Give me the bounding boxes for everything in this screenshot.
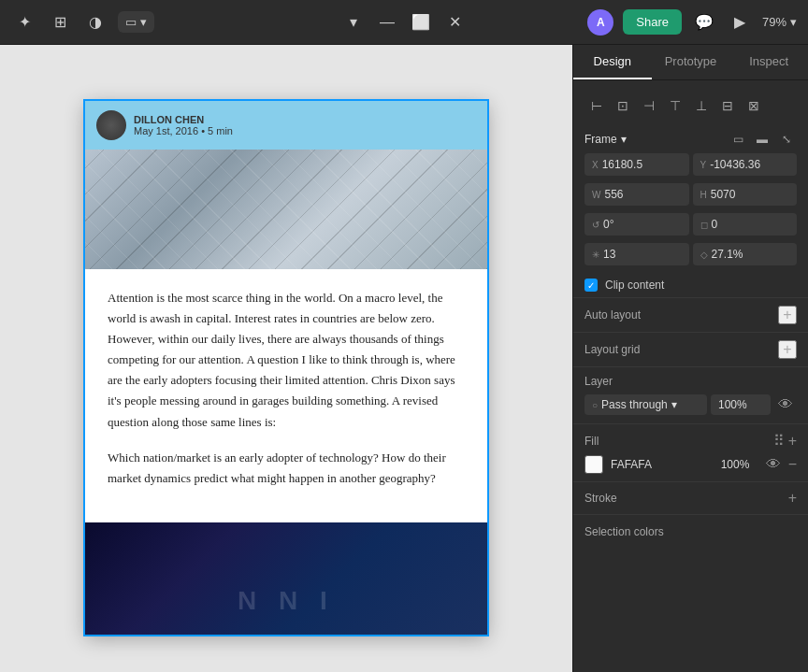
tab-design[interactable]: Design — [573, 45, 652, 79]
fill-color-swatch[interactable] — [584, 455, 603, 474]
rotate-corner-props: ↺ 0° ◻ 0 — [573, 211, 808, 237]
tab-prototype[interactable]: Prototype — [652, 45, 730, 79]
author-avatar — [96, 110, 126, 140]
frame-rect-icon: ▭ — [125, 15, 137, 29]
frame-header: Frame ▾ ▭ ▬ ⤡ — [573, 123, 808, 151]
article-header: DILLON CHEN May 1st, 2016 • 5 min — [85, 101, 487, 269]
tab-inspect[interactable]: Inspect — [729, 45, 808, 79]
author-meta: DILLON CHEN May 1st, 2016 • 5 min — [134, 114, 233, 136]
landscape-button[interactable]: ▬ — [752, 129, 772, 150]
frame-chevron-icon[interactable]: ▾ — [621, 133, 627, 146]
star-field[interactable]: ✳ 13 — [584, 243, 689, 265]
topbar-right: A Share 💬 ▶ 79% ▾ — [475, 9, 797, 36]
fill-section: Fill ⠿ + FAFAFA 100% 👁 − — [573, 423, 808, 481]
blend-label: Pass through — [601, 398, 668, 411]
frame-icons: ▭ ▬ ⤡ — [728, 129, 797, 150]
fill-header: Fill ⠿ + — [584, 432, 797, 450]
align-center-v-button[interactable]: ⊥ — [689, 93, 714, 118]
w-value: 556 — [604, 188, 623, 201]
rotate-field[interactable]: ↺ 0° — [584, 213, 689, 236]
fill-grid-button[interactable]: ⠿ — [773, 432, 785, 450]
opacity-field[interactable]: 100% — [711, 394, 771, 415]
fill-hex-value[interactable]: FAFAFA — [611, 458, 714, 471]
share-button[interactable]: Share — [623, 9, 682, 35]
frame-label: Frame ▾ — [584, 133, 627, 146]
x-label: X — [592, 160, 599, 170]
star-ratio-props: ✳ 13 ◇ 27.1% — [573, 241, 808, 267]
contrast-icon[interactable]: ◑ — [82, 9, 108, 36]
fill-row: FAFAFA 100% 👁 − — [584, 455, 797, 474]
corner-field[interactable]: ◻ 0 — [693, 213, 798, 236]
layout-grid-label: Layout grid — [584, 343, 640, 356]
frame-selector[interactable]: ▭ ▾ — [118, 11, 154, 33]
align-left-button[interactable]: ⊢ — [584, 93, 609, 118]
xy-props: X 16180.5 Y -10436.36 — [573, 151, 808, 178]
align-center-h-button[interactable]: ⊡ — [611, 93, 635, 118]
rotate-value: 0° — [603, 218, 613, 231]
blend-mode-selector[interactable]: ○ Pass through ▾ — [584, 394, 707, 415]
layer-row: ○ Pass through ▾ 100% 👁 — [584, 393, 797, 416]
blend-chevron: ▾ — [671, 398, 677, 411]
fill-visibility-button[interactable]: 👁 — [766, 456, 781, 473]
layer-label: Layer — [584, 375, 797, 388]
artboard: DILLON CHEN May 1st, 2016 • 5 min Attent… — [85, 101, 487, 635]
fill-opacity-value[interactable]: 100% — [721, 458, 758, 471]
minimize-button[interactable]: — — [374, 9, 400, 36]
resize-button[interactable]: ⤡ — [776, 129, 797, 150]
article-paragraph-2: Which nation/market is an early adopter … — [108, 448, 465, 489]
y-field[interactable]: Y -10436.36 — [693, 153, 798, 176]
align-distribute-button[interactable]: ⊠ — [742, 93, 766, 118]
clip-checkbox[interactable]: ✓ — [584, 279, 598, 292]
h-field[interactable]: H 5070 — [693, 183, 798, 206]
x-value: 16180.5 — [602, 158, 642, 171]
maximize-button[interactable]: ⬜ — [408, 9, 434, 36]
blend-circle-icon: ○ — [592, 400, 598, 410]
chevron-down-icon[interactable]: ▾ — [340, 9, 367, 36]
star-label: ✳ — [592, 250, 599, 260]
panel-body: ⊢ ⊡ ⊣ ⊤ ⊥ ⊟ ⊠ Frame ▾ ▭ ▬ ⤡ — [573, 80, 808, 672]
align-bottom-button[interactable]: ⊟ — [715, 93, 740, 118]
comment-icon[interactable]: 💬 — [691, 9, 717, 36]
layout-grid-add-button[interactable]: + — [778, 340, 797, 359]
author-name: DILLON CHEN — [134, 114, 233, 125]
selection-colors-label: Selection colors — [584, 525, 664, 538]
y-value: -10436.36 — [710, 158, 760, 171]
alignment-row: ⊢ ⊡ ⊣ ⊤ ⊥ ⊟ ⊠ — [573, 88, 808, 123]
components-icon[interactable]: ⊞ — [47, 9, 73, 36]
h-value: 5070 — [711, 188, 736, 201]
zoom-control[interactable]: 79% ▾ — [762, 15, 797, 29]
stroke-label: Stroke — [584, 492, 617, 505]
auto-layout-section: Auto layout + — [573, 297, 808, 332]
ratio-field[interactable]: ◇ 27.1% — [693, 243, 798, 265]
fill-actions: ⠿ + — [773, 432, 797, 450]
portrait-button[interactable]: ▭ — [728, 129, 748, 150]
canvas[interactable]: DILLON CHEN May 1st, 2016 • 5 min Attent… — [0, 45, 572, 672]
article-body: Attention is the most scarce thing in th… — [85, 269, 487, 522]
frame-chevron: ▾ — [140, 15, 147, 29]
opacity-value: 100% — [718, 398, 747, 411]
layer-visibility-button[interactable]: 👁 — [774, 393, 797, 416]
fill-add-button[interactable]: + — [788, 433, 797, 450]
topbar: ✦ ⊞ ◑ ▭ ▾ ▾ — ⬜ ✕ A Share 💬 ▶ 79% ▾ — [0, 0, 808, 45]
ratio-value: 27.1% — [712, 248, 743, 261]
avatar: A — [587, 9, 613, 36]
w-field[interactable]: W 556 — [584, 183, 689, 206]
topbar-left: ✦ ⊞ ◑ ▭ ▾ — [11, 9, 333, 36]
align-right-button[interactable]: ⊣ — [637, 93, 661, 118]
play-icon[interactable]: ▶ — [727, 9, 753, 36]
stroke-add-button[interactable]: + — [788, 490, 797, 507]
close-button[interactable]: ✕ — [441, 9, 468, 36]
right-panel: Design Prototype Inspect ⊢ ⊡ ⊣ ⊤ ⊥ ⊟ ⊠ F… — [572, 45, 808, 672]
corner-label: ◻ — [700, 220, 708, 230]
auto-layout-add-button[interactable]: + — [778, 306, 797, 324]
clip-content-row: ✓ Clip content — [573, 273, 808, 297]
y-label: Y — [700, 160, 707, 170]
h-label: H — [700, 190, 707, 200]
article-text: Attention is the most scarce thing in th… — [108, 288, 465, 489]
auto-layout-label: Auto layout — [584, 308, 641, 322]
figma-menu-icon[interactable]: ✦ — [11, 9, 37, 36]
clip-label: Clip content — [605, 279, 664, 292]
align-top-button[interactable]: ⊤ — [663, 93, 687, 118]
x-field[interactable]: X 16180.5 — [584, 153, 689, 176]
fill-remove-button[interactable]: − — [788, 456, 797, 473]
